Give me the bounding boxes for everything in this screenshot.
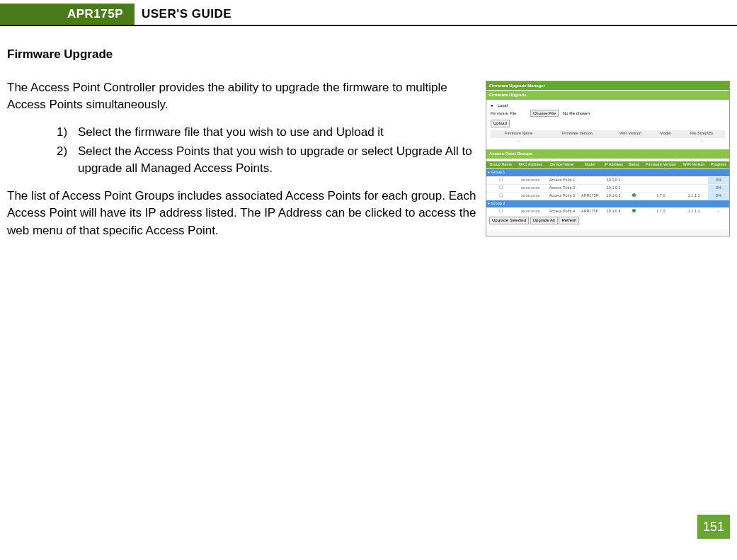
list-text: Select the firmware file that you wish t… bbox=[78, 124, 477, 142]
screenshot-upgrade-selected-btn: Upgrade Selected bbox=[489, 217, 529, 224]
screenshot-no-file: No file chosen bbox=[563, 110, 590, 117]
screenshot-radio-local: Local bbox=[498, 103, 508, 109]
list-item: 2) Select the Access Points that you wis… bbox=[57, 143, 477, 178]
list-number: 2) bbox=[57, 143, 78, 178]
page-header: APR175P USER'S GUIDE bbox=[0, 4, 737, 26]
screenshot-upgrade-all-btn: Upgrade All bbox=[530, 217, 558, 224]
doc-title: USER'S GUIDE bbox=[135, 4, 232, 25]
embedded-screenshot: Firmware Upgrade Manager Firmware Upgrad… bbox=[486, 81, 730, 236]
screenshot-titlebar: Firmware Upgrade Manager bbox=[486, 81, 729, 91]
list-item: 1) Select the firmware file that you wis… bbox=[57, 124, 477, 142]
section-heading: Firmware Upgrade bbox=[7, 46, 730, 64]
screenshot-upload-btn: Upload bbox=[491, 120, 510, 127]
list-text: Select the Access Points that you wish t… bbox=[78, 143, 477, 178]
screenshot-choose-btn: Choose File bbox=[530, 110, 559, 118]
screenshot-groups-table: Group Name MAC Address Device Name Model… bbox=[486, 161, 729, 215]
product-badge: APR175P bbox=[0, 4, 135, 25]
screenshot-label-file: Firmware File bbox=[491, 110, 526, 117]
list-number: 1) bbox=[57, 124, 78, 142]
screenshot-panel-groups: Access Point Groups bbox=[486, 149, 729, 159]
screenshot-panel-firmware: Firmware Upgrade bbox=[486, 91, 729, 100]
page-content: Firmware Upgrade Firmware Upgrade Manage… bbox=[0, 26, 737, 250]
screenshot-refresh-btn: Refresh bbox=[559, 217, 579, 224]
page-number: 151 bbox=[697, 515, 730, 539]
screenshot-firmware-table: Firmware Name Firmware Version WiFi Vers… bbox=[491, 130, 725, 145]
